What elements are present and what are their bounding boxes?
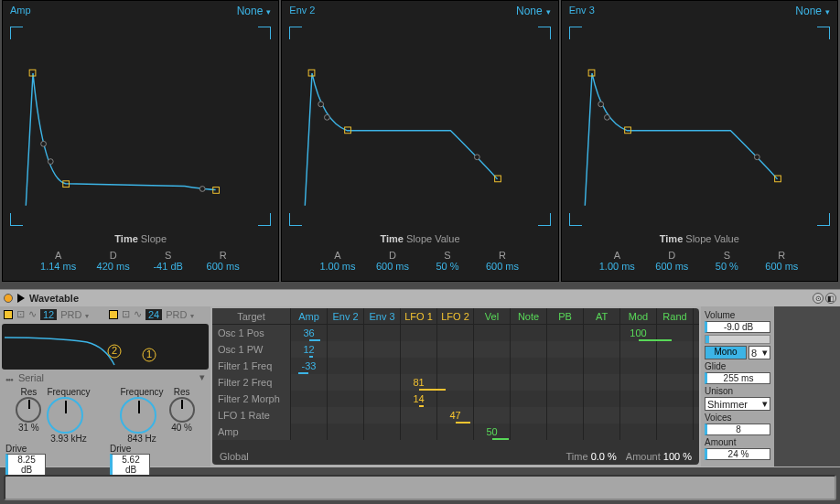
matrix-cell[interactable] bbox=[291, 374, 328, 391]
matrix-cell[interactable] bbox=[437, 391, 474, 407]
matrix-cell[interactable] bbox=[511, 341, 547, 358]
matrix-cell[interactable] bbox=[474, 325, 511, 341]
matrix-cell[interactable] bbox=[584, 325, 620, 341]
adsr-a-value[interactable]: 1.00 ms bbox=[310, 261, 365, 272]
matrix-cell[interactable] bbox=[401, 325, 437, 341]
envelope-canvas[interactable] bbox=[567, 21, 832, 231]
matrix-cell[interactable]: 14 bbox=[401, 391, 437, 407]
matrix-source-header[interactable]: Env 3 bbox=[364, 308, 401, 324]
matrix-cell[interactable]: 50 bbox=[474, 424, 511, 440]
matrix-cell[interactable] bbox=[328, 325, 364, 341]
matrix-cell[interactable] bbox=[657, 374, 694, 391]
chevron-down-icon[interactable] bbox=[190, 309, 194, 320]
mode-slope[interactable]: Slope bbox=[141, 233, 167, 244]
adsr-s-value[interactable]: -41 dB bbox=[141, 261, 196, 272]
matrix-cell[interactable] bbox=[511, 407, 547, 424]
matrix-cell[interactable] bbox=[547, 407, 584, 424]
matrix-cell[interactable] bbox=[401, 341, 437, 358]
osc-filter-graph[interactable]: 2 1 bbox=[2, 324, 209, 370]
unison-select[interactable]: Shimmer▾ bbox=[705, 397, 770, 411]
matrix-source-header[interactable]: Amp bbox=[291, 308, 328, 324]
adsr-d-value[interactable]: 600 ms bbox=[365, 261, 420, 272]
matrix-cell[interactable] bbox=[584, 341, 620, 358]
adsr-r-value[interactable]: 600 ms bbox=[754, 261, 809, 272]
matrix-cell[interactable] bbox=[401, 407, 437, 424]
matrix-source-header[interactable]: LFO 2 bbox=[437, 308, 474, 324]
mono-toggle[interactable]: Mono bbox=[705, 346, 747, 359]
matrix-cell[interactable] bbox=[657, 358, 694, 374]
matrix-cell[interactable] bbox=[328, 341, 364, 358]
adsr-r-value[interactable]: 600 ms bbox=[475, 261, 530, 272]
matrix-cell[interactable] bbox=[401, 424, 437, 440]
osc1-selector[interactable]: ⊡∿ 12 PRD bbox=[0, 306, 105, 322]
matrix-cell[interactable] bbox=[620, 407, 657, 424]
voices-value[interactable]: 8 bbox=[705, 424, 770, 435]
matrix-cell[interactable] bbox=[511, 325, 547, 341]
adsr-s-value[interactable]: 50 % bbox=[420, 261, 475, 272]
res-value[interactable]: 31 % bbox=[16, 423, 41, 433]
matrix-cell[interactable] bbox=[364, 374, 401, 391]
matrix-cell[interactable] bbox=[547, 341, 584, 358]
matrix-cell[interactable] bbox=[547, 325, 584, 341]
freq-knob[interactable] bbox=[47, 397, 83, 434]
matrix-cell[interactable] bbox=[291, 391, 328, 407]
osc-on-icon[interactable] bbox=[109, 310, 118, 319]
routing-selector[interactable]: Serial ▾ bbox=[0, 371, 210, 383]
res-knob[interactable] bbox=[16, 397, 41, 423]
adsr-curve[interactable] bbox=[287, 21, 552, 231]
matrix-cell[interactable] bbox=[474, 391, 511, 407]
matrix-cell[interactable] bbox=[547, 358, 584, 374]
matrix-cell[interactable] bbox=[437, 374, 474, 391]
matrix-cell[interactable] bbox=[401, 358, 437, 374]
matrix-cell[interactable] bbox=[474, 374, 511, 391]
matrix-cell[interactable] bbox=[657, 407, 694, 424]
matrix-cell[interactable]: 47 bbox=[437, 407, 474, 424]
adsr-a-value[interactable]: 1.00 ms bbox=[589, 261, 644, 272]
matrix-cell[interactable] bbox=[657, 341, 694, 358]
adsr-curve[interactable] bbox=[567, 21, 832, 231]
osc1-table[interactable]: 12 bbox=[40, 309, 57, 320]
matrix-cell[interactable] bbox=[657, 424, 694, 440]
matrix-cell[interactable] bbox=[547, 391, 584, 407]
matrix-cell[interactable] bbox=[364, 407, 401, 424]
envelope-canvas[interactable] bbox=[8, 21, 273, 231]
matrix-source-header[interactable]: Vel bbox=[474, 308, 511, 324]
osc1-mode[interactable]: PRD bbox=[60, 309, 81, 320]
matrix-cell[interactable] bbox=[511, 374, 547, 391]
matrix-cell[interactable] bbox=[657, 325, 694, 341]
matrix-cell[interactable] bbox=[547, 424, 584, 440]
mode-value[interactable]: Value bbox=[435, 233, 459, 244]
matrix-cell[interactable] bbox=[584, 391, 620, 407]
poly-select[interactable]: 8▾ bbox=[748, 346, 770, 359]
matrix-cell[interactable] bbox=[620, 374, 657, 391]
matrix-source-header[interactable]: PB bbox=[547, 308, 584, 324]
matrix-cell[interactable] bbox=[620, 341, 657, 358]
mode-time[interactable]: Time bbox=[660, 233, 683, 244]
res-value[interactable]: 40 % bbox=[169, 423, 195, 433]
adsr-r-value[interactable]: 600 ms bbox=[196, 261, 251, 272]
matrix-source-header[interactable]: Note bbox=[511, 308, 547, 324]
matrix-cell[interactable] bbox=[584, 374, 620, 391]
matrix-cell[interactable] bbox=[474, 358, 511, 374]
matrix-cell[interactable] bbox=[291, 407, 328, 424]
matrix-source-header[interactable]: AT bbox=[584, 308, 620, 324]
matrix-cell[interactable] bbox=[328, 424, 364, 440]
matrix-cell[interactable] bbox=[364, 341, 401, 358]
freq-value[interactable]: 843 Hz bbox=[120, 434, 163, 444]
matrix-source-header[interactable]: Env 2 bbox=[328, 308, 364, 324]
matrix-cell[interactable] bbox=[474, 341, 511, 358]
matrix-cell[interactable]: 100 bbox=[620, 325, 657, 341]
adsr-curve[interactable] bbox=[8, 21, 273, 231]
matrix-cell[interactable] bbox=[620, 391, 657, 407]
osc2-mode[interactable]: PRD bbox=[166, 309, 187, 320]
envelope-dest-dropdown[interactable]: None bbox=[237, 5, 272, 17]
matrix-cell[interactable]: 12 bbox=[291, 341, 328, 358]
drive-value[interactable]: 8.25 dB bbox=[5, 454, 46, 476]
envelope-dest-dropdown[interactable]: None bbox=[516, 5, 551, 17]
envelope-dest-dropdown[interactable]: None bbox=[795, 5, 830, 17]
mode-time[interactable]: Time bbox=[380, 233, 403, 244]
adsr-d-value[interactable]: 420 ms bbox=[86, 261, 141, 272]
matrix-cell[interactable] bbox=[328, 374, 364, 391]
matrix-cell[interactable]: 36 bbox=[291, 325, 328, 341]
matrix-cell[interactable] bbox=[328, 358, 364, 374]
